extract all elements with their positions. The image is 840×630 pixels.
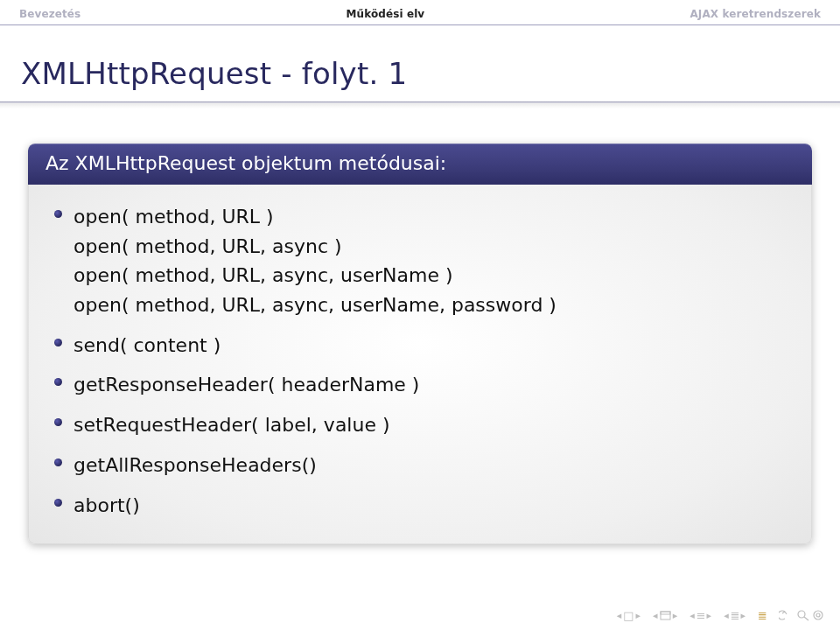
target-icon[interactable] bbox=[812, 609, 824, 621]
prev-slide-icon[interactable]: ◂ bbox=[617, 611, 622, 620]
slide-nav-group: ◂ □ ▸ bbox=[617, 610, 640, 621]
prev-section-icon[interactable]: ◂ bbox=[690, 611, 695, 620]
method-line: abort() bbox=[74, 491, 789, 521]
slide-box-icon[interactable]: □ bbox=[623, 610, 634, 621]
title-rule bbox=[0, 102, 840, 103]
method-list: open( method, URL ) open( method, URL, a… bbox=[51, 197, 789, 525]
method-line: open( method, URL, async ) bbox=[74, 232, 789, 262]
method-line: open( method, URL, async, userName, pass… bbox=[74, 290, 789, 320]
next-slide-icon[interactable]: ▸ bbox=[636, 611, 641, 620]
next-frame-icon[interactable]: ▸ bbox=[673, 611, 678, 620]
toc-icon[interactable]: ≣ bbox=[758, 610, 766, 621]
method-line: open( method, URL ) bbox=[74, 202, 789, 232]
nav-section-left[interactable]: Bevezetés bbox=[19, 8, 80, 20]
method-line: setRequestHeader( label, value ) bbox=[74, 410, 789, 440]
list-item: getAllResponseHeaders() bbox=[51, 445, 789, 486]
svg-point-2 bbox=[798, 611, 805, 618]
list-item: getResponseHeader( headerName ) bbox=[51, 365, 789, 405]
page-title: XMLHttpRequest - folyt. 1 bbox=[21, 56, 407, 91]
subsection-lines-icon[interactable]: ≣ bbox=[731, 610, 739, 621]
frame-nav-group: ◂ ▸ bbox=[653, 611, 677, 620]
method-line: send( content ) bbox=[74, 331, 789, 360]
svg-point-4 bbox=[814, 611, 822, 620]
frame-icon[interactable] bbox=[660, 611, 671, 620]
svg-line-3 bbox=[804, 617, 808, 620]
list-item: send( content ) bbox=[51, 326, 789, 366]
definition-block: Az XMLHttpRequest objektum metódusai: op… bbox=[28, 144, 812, 544]
list-item: open( method, URL ) open( method, URL, a… bbox=[51, 197, 789, 326]
back-search-group bbox=[779, 609, 824, 621]
next-subsection-icon[interactable]: ▸ bbox=[741, 611, 746, 620]
block-title: Az XMLHttpRequest objektum metódusai: bbox=[28, 144, 812, 185]
nav-section-right[interactable]: AJAX keretrendszerek bbox=[690, 8, 821, 20]
list-item: setRequestHeader( label, value ) bbox=[51, 405, 789, 445]
nav-section-center[interactable]: Működési elv bbox=[346, 8, 424, 20]
svg-rect-0 bbox=[661, 612, 670, 620]
section-nav-group: ◂ ≡ ▸ bbox=[690, 610, 711, 621]
undo-icon[interactable] bbox=[779, 610, 794, 620]
svg-point-5 bbox=[816, 613, 820, 617]
prev-frame-icon[interactable]: ◂ bbox=[653, 611, 658, 620]
nav-underline bbox=[0, 24, 840, 25]
subsection-nav-group: ◂ ≣ ▸ bbox=[724, 610, 746, 621]
search-icon[interactable] bbox=[796, 609, 810, 621]
section-lines-icon[interactable]: ≡ bbox=[696, 610, 705, 621]
section-nav: Bevezetés Működési elv AJAX keretrendsze… bbox=[0, 0, 840, 24]
method-line: getResponseHeader( headerName ) bbox=[74, 370, 789, 400]
method-line: open( method, URL, async, userName ) bbox=[74, 261, 789, 290]
next-section-icon[interactable]: ▸ bbox=[707, 611, 712, 620]
svg-rect-1 bbox=[661, 612, 670, 614]
list-item: abort() bbox=[51, 486, 789, 526]
prev-subsection-icon[interactable]: ◂ bbox=[724, 611, 729, 620]
method-line: getAllResponseHeaders() bbox=[74, 451, 789, 480]
block-body: open( method, URL ) open( method, URL, a… bbox=[28, 185, 812, 544]
beamer-nav: ◂ □ ▸ ◂ ▸ ◂ ≡ ▸ ◂ ≣ ▸ ≣ bbox=[617, 609, 824, 621]
